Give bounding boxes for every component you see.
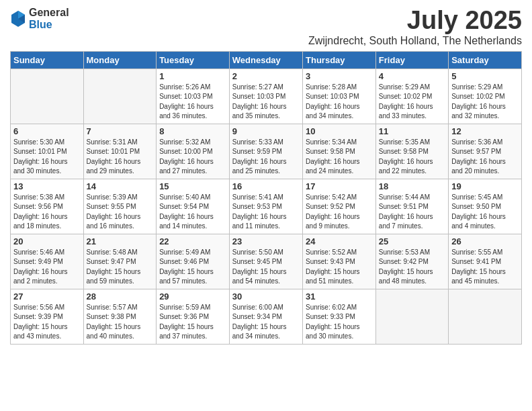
day-info: Sunrise: 5:46 AMSunset: 9:49 PMDaylight:… — [13, 248, 81, 287]
logo-blue-text: Blue — [29, 19, 69, 31]
week-row-3: 13Sunrise: 5:38 AMSunset: 9:56 PMDayligh… — [11, 179, 522, 234]
day-number: 1 — [159, 71, 226, 81]
day-number: 8 — [159, 126, 226, 136]
week-row-2: 6Sunrise: 5:30 AMSunset: 10:01 PMDayligh… — [11, 124, 522, 179]
weekday-header-friday: Friday — [375, 51, 448, 68]
day-info: Sunrise: 5:31 AMSunset: 10:01 PMDaylight… — [87, 138, 154, 177]
title-area: July 2025 Zwijndrecht, South Holland, Th… — [308, 7, 522, 47]
day-number: 17 — [306, 181, 373, 191]
calendar-cell: 21Sunrise: 5:48 AMSunset: 9:47 PMDayligh… — [83, 234, 157, 289]
day-number: 12 — [451, 126, 519, 136]
day-info: Sunrise: 5:48 AMSunset: 9:47 PMDaylight:… — [87, 248, 154, 287]
calendar-cell: 18Sunrise: 5:44 AMSunset: 9:51 PMDayligh… — [375, 179, 448, 234]
calendar-cell: 4Sunrise: 5:29 AMSunset: 10:02 PMDayligh… — [375, 68, 448, 124]
month-title: July 2025 — [308, 7, 522, 35]
calendar-cell: 28Sunrise: 5:57 AMSunset: 9:38 PMDayligh… — [83, 289, 157, 344]
day-number: 13 — [13, 181, 81, 191]
calendar-cell: 19Sunrise: 5:45 AMSunset: 9:50 PMDayligh… — [449, 179, 522, 234]
day-info: Sunrise: 5:57 AMSunset: 9:38 PMDaylight:… — [87, 303, 154, 342]
day-info: Sunrise: 5:44 AMSunset: 9:51 PMDaylight:… — [379, 193, 445, 232]
day-number: 14 — [87, 181, 154, 191]
day-number: 20 — [13, 236, 81, 246]
calendar-cell — [449, 289, 522, 344]
day-number: 3 — [306, 71, 373, 81]
calendar-cell: 26Sunrise: 5:55 AMSunset: 9:41 PMDayligh… — [449, 234, 522, 289]
calendar-cell: 27Sunrise: 5:56 AMSunset: 9:39 PMDayligh… — [11, 289, 84, 344]
day-number: 19 — [451, 181, 519, 191]
calendar-cell: 13Sunrise: 5:38 AMSunset: 9:56 PMDayligh… — [11, 179, 84, 234]
week-row-5: 27Sunrise: 5:56 AMSunset: 9:39 PMDayligh… — [11, 289, 522, 344]
calendar-cell: 22Sunrise: 5:49 AMSunset: 9:46 PMDayligh… — [157, 234, 230, 289]
weekday-header-monday: Monday — [83, 51, 157, 68]
day-info: Sunrise: 5:49 AMSunset: 9:46 PMDaylight:… — [159, 248, 226, 287]
week-row-4: 20Sunrise: 5:46 AMSunset: 9:49 PMDayligh… — [11, 234, 522, 289]
day-info: Sunrise: 5:39 AMSunset: 9:55 PMDaylight:… — [87, 193, 154, 232]
day-info: Sunrise: 5:38 AMSunset: 9:56 PMDaylight:… — [13, 193, 81, 232]
day-info: Sunrise: 5:28 AMSunset: 10:03 PMDaylight… — [306, 83, 373, 122]
header: General Blue July 2025 Zwijndrecht, Sout… — [10, 7, 522, 47]
calendar-cell — [11, 68, 84, 124]
calendar-cell: 7Sunrise: 5:31 AMSunset: 10:01 PMDayligh… — [83, 124, 157, 179]
day-number: 31 — [306, 291, 373, 302]
day-info: Sunrise: 5:40 AMSunset: 9:54 PMDaylight:… — [159, 193, 226, 232]
calendar-cell: 10Sunrise: 5:34 AMSunset: 9:58 PMDayligh… — [303, 124, 376, 179]
day-info: Sunrise: 6:00 AMSunset: 9:34 PMDaylight:… — [232, 303, 300, 342]
calendar-cell: 15Sunrise: 5:40 AMSunset: 9:54 PMDayligh… — [157, 179, 230, 234]
day-number: 7 — [87, 126, 154, 136]
calendar-cell: 24Sunrise: 5:52 AMSunset: 9:43 PMDayligh… — [303, 234, 376, 289]
day-number: 2 — [232, 71, 300, 81]
day-info: Sunrise: 5:55 AMSunset: 9:41 PMDaylight:… — [451, 248, 519, 287]
calendar-cell: 11Sunrise: 5:35 AMSunset: 9:58 PMDayligh… — [375, 124, 448, 179]
day-number: 27 — [13, 291, 81, 302]
day-number: 29 — [159, 291, 226, 302]
calendar-cell: 16Sunrise: 5:41 AMSunset: 9:53 PMDayligh… — [229, 179, 302, 234]
day-number: 22 — [159, 236, 226, 246]
calendar-cell: 3Sunrise: 5:28 AMSunset: 10:03 PMDayligh… — [303, 68, 376, 124]
calendar-cell — [375, 289, 448, 344]
logo: General Blue — [10, 7, 69, 30]
day-info: Sunrise: 5:59 AMSunset: 9:36 PMDaylight:… — [159, 303, 226, 342]
day-info: Sunrise: 5:52 AMSunset: 9:43 PMDaylight:… — [306, 248, 373, 287]
calendar-cell: 1Sunrise: 5:26 AMSunset: 10:03 PMDayligh… — [157, 68, 230, 124]
day-number: 6 — [13, 126, 81, 136]
calendar-cell: 29Sunrise: 5:59 AMSunset: 9:36 PMDayligh… — [157, 289, 230, 344]
location-title: Zwijndrecht, South Holland, The Netherla… — [308, 35, 522, 47]
weekday-header-thursday: Thursday — [303, 51, 376, 68]
day-number: 25 — [379, 236, 445, 246]
day-number: 18 — [379, 181, 445, 191]
day-info: Sunrise: 5:41 AMSunset: 9:53 PMDaylight:… — [232, 193, 300, 232]
day-number: 9 — [232, 126, 300, 136]
day-number: 26 — [451, 236, 519, 246]
calendar-table: SundayMondayTuesdayWednesdayThursdayFrid… — [10, 51, 522, 345]
day-number: 30 — [232, 291, 300, 302]
day-info: Sunrise: 5:30 AMSunset: 10:01 PMDaylight… — [13, 138, 81, 177]
calendar-cell: 2Sunrise: 5:27 AMSunset: 10:03 PMDayligh… — [229, 68, 302, 124]
day-number: 10 — [306, 126, 373, 136]
day-number: 5 — [451, 71, 519, 81]
day-info: Sunrise: 5:32 AMSunset: 10:00 PMDaylight… — [159, 138, 226, 177]
logo-text: General Blue — [29, 7, 69, 30]
day-number: 11 — [379, 126, 445, 136]
day-info: Sunrise: 5:27 AMSunset: 10:03 PMDaylight… — [232, 83, 300, 122]
day-number: 16 — [232, 181, 300, 191]
calendar-cell: 20Sunrise: 5:46 AMSunset: 9:49 PMDayligh… — [11, 234, 84, 289]
calendar-cell: 17Sunrise: 5:42 AMSunset: 9:52 PMDayligh… — [303, 179, 376, 234]
calendar-cell: 25Sunrise: 5:53 AMSunset: 9:42 PMDayligh… — [375, 234, 448, 289]
calendar-cell: 9Sunrise: 5:33 AMSunset: 9:59 PMDaylight… — [229, 124, 302, 179]
day-number: 23 — [232, 236, 300, 246]
logo-icon — [10, 9, 26, 28]
day-info: Sunrise: 5:56 AMSunset: 9:39 PMDaylight:… — [13, 303, 81, 342]
calendar-cell: 14Sunrise: 5:39 AMSunset: 9:55 PMDayligh… — [83, 179, 157, 234]
day-info: Sunrise: 5:35 AMSunset: 9:58 PMDaylight:… — [379, 138, 445, 177]
weekday-header-saturday: Saturday — [449, 51, 522, 68]
day-info: Sunrise: 5:29 AMSunset: 10:02 PMDaylight… — [379, 83, 445, 122]
weekday-header-tuesday: Tuesday — [157, 51, 230, 68]
weekday-header-sunday: Sunday — [11, 51, 84, 68]
day-number: 4 — [379, 71, 445, 81]
day-info: Sunrise: 5:33 AMSunset: 9:59 PMDaylight:… — [232, 138, 300, 177]
day-info: Sunrise: 5:50 AMSunset: 9:45 PMDaylight:… — [232, 248, 300, 287]
calendar-cell: 8Sunrise: 5:32 AMSunset: 10:00 PMDayligh… — [157, 124, 230, 179]
calendar-cell: 31Sunrise: 6:02 AMSunset: 9:33 PMDayligh… — [303, 289, 376, 344]
calendar-cell: 6Sunrise: 5:30 AMSunset: 10:01 PMDayligh… — [11, 124, 84, 179]
calendar-cell: 5Sunrise: 5:29 AMSunset: 10:02 PMDayligh… — [449, 68, 522, 124]
